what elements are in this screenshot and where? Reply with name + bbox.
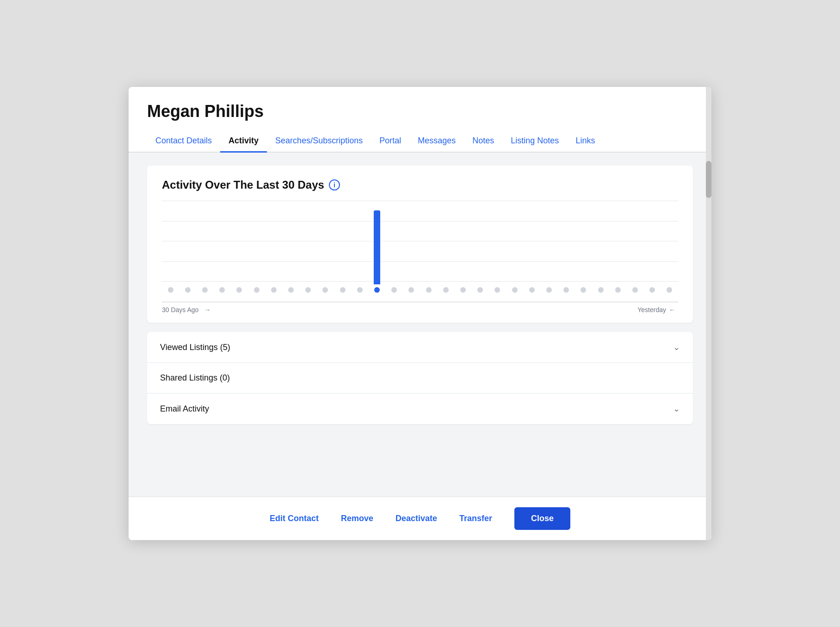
tab-listing-notes[interactable]: Listing Notes [502,130,567,153]
chart-bar-col-14 [403,209,420,293]
chart-bar-col-4 [231,209,248,293]
chart-bar-col-1 [179,209,196,293]
chart-dot-8 [305,287,311,293]
chart-dot-3 [219,287,225,293]
chart-dot-24 [581,287,586,293]
chart-bar-col-24 [575,209,592,293]
remove-button[interactable]: Remove [341,510,373,527]
section-title-2: Email Activity [160,404,209,414]
chart-dot-27 [632,287,638,293]
chart-dot-4 [236,287,242,293]
tab-messages[interactable]: Messages [409,130,464,153]
chart-bar-col-23 [558,209,575,293]
chart-dot-18 [477,287,483,293]
chevron-down-icon: ⌄ [673,404,680,414]
chart-bar-col-0 [162,209,179,293]
chart-bar-col-13 [386,209,403,293]
tab-nav: Contact DetailsActivitySearches/Subscrip… [129,130,711,153]
chart-bar-col-3 [214,209,231,293]
modal-body: Activity Over The Last 30 Days i 30 Days… [129,153,711,497]
chart-dot-5 [254,287,259,293]
chevron-down-icon: ⌄ [673,342,680,352]
chart-dot-16 [443,287,449,293]
chart-dot-15 [426,287,432,293]
section-title-1: Shared Listings (0) [160,373,230,383]
tab-contact-details[interactable]: Contact Details [147,130,220,153]
chart-dot-12 [374,287,380,293]
section-row-2[interactable]: Email Activity⌄ [147,393,693,424]
scrollbar-track[interactable] [706,87,711,540]
tab-notes[interactable]: Notes [464,130,502,153]
chart-dot-26 [615,287,621,293]
tab-links[interactable]: Links [567,130,603,153]
chart-dot-29 [667,287,672,293]
chart-area [162,201,678,302]
chart-bar-col-15 [420,209,437,293]
chart-dot-6 [271,287,277,293]
chart-bar-col-20 [506,209,523,293]
chart-dot-17 [460,287,466,293]
chart-dot-25 [598,287,604,293]
chart-dot-14 [408,287,414,293]
chart-bar-col-12 [368,209,385,293]
tab-searches-subscriptions[interactable]: Searches/Subscriptions [267,130,371,153]
chart-bar-12 [374,210,380,284]
section-row-1[interactable]: Shared Listings (0) [147,363,693,393]
chart-dot-9 [322,287,328,293]
transfer-button[interactable]: Transfer [459,510,492,527]
activity-sections: Viewed Listings (5)⌄Shared Listings (0)E… [147,332,693,424]
axis-left-label: 30 Days Ago [162,306,198,314]
chart-bar-col-16 [437,209,454,293]
chart-dot-21 [529,287,535,293]
left-arrow-icon: → [204,306,210,314]
chart-bar-col-27 [626,209,643,293]
chart-bars [162,209,678,293]
gridline-6 [162,301,678,302]
chart-dot-28 [649,287,655,293]
chart-bar-col-19 [489,209,506,293]
chart-dot-0 [168,287,173,293]
scrollbar-thumb[interactable] [706,161,711,198]
chart-bar-col-21 [523,209,540,293]
chart-dot-11 [357,287,363,293]
chart-bar-col-28 [644,209,661,293]
modal-header: Megan Phillips Contact DetailsActivitySe… [129,87,711,153]
chart-dot-10 [340,287,346,293]
tab-activity[interactable]: Activity [220,130,267,153]
chart-dot-1 [185,287,191,293]
gridline-1 [162,201,678,201]
close-button[interactable]: Close [514,507,570,530]
chart-bar-col-22 [540,209,557,293]
axis-right-label: Yesterday [637,306,666,314]
tab-portal[interactable]: Portal [371,130,409,153]
chart-bar-col-2 [196,209,213,293]
chart-bar-col-18 [472,209,489,293]
chart-bar-col-8 [300,209,317,293]
contact-name: Megan Phillips [147,102,693,121]
chart-dot-2 [202,287,208,293]
chart-bar-col-25 [592,209,609,293]
chart-bar-col-6 [265,209,282,293]
chart-bar-col-5 [248,209,265,293]
chart-bar-col-11 [351,209,368,293]
edit-contact-button[interactable]: Edit Contact [270,510,319,527]
modal-footer: Edit Contact Remove Deactivate Transfer … [129,497,711,540]
contact-modal: Megan Phillips Contact DetailsActivitySe… [129,87,711,540]
chart-axis-left: 30 Days Ago→ [162,306,210,314]
chart-bar-col-17 [454,209,471,293]
chart-bar-col-10 [334,209,351,293]
chart-bar-col-26 [609,209,626,293]
chart-bar-col-7 [282,209,299,293]
chart-dot-13 [391,287,397,293]
chart-dot-20 [512,287,518,293]
chart-bar-col-9 [317,209,334,293]
deactivate-button[interactable]: Deactivate [395,510,437,527]
info-icon[interactable]: i [329,179,340,191]
chart-dot-22 [546,287,552,293]
activity-chart-card: Activity Over The Last 30 Days i 30 Days… [147,166,693,323]
chart-title-text: Activity Over The Last 30 Days [162,178,324,191]
chart-axis-right: ←Yesterday [637,306,678,314]
chart-dot-19 [494,287,500,293]
section-row-0[interactable]: Viewed Listings (5)⌄ [147,332,693,363]
chart-title-row: Activity Over The Last 30 Days i [162,178,678,191]
